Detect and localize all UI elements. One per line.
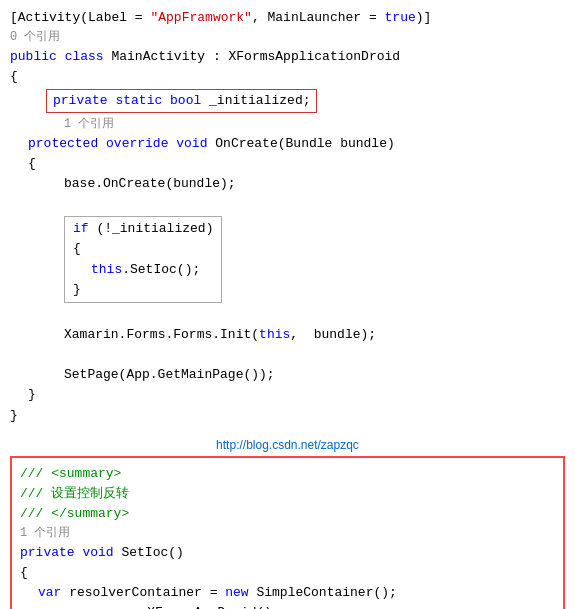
ref-count: 1 个引用 [10,115,565,134]
code-line: } [73,280,213,300]
code-line: var app = new XFormsAppDroid(); [20,603,555,609]
code-line [10,305,565,325]
code-line: if (!_initialized) [73,219,213,239]
code-line: [Activity(Label = "AppFramwork", MainLau… [10,8,565,28]
code-line: } [10,385,565,405]
code-line: { [10,154,565,174]
code-line: /// 设置控制反转 [20,484,555,504]
url-divider: http://blog.csdn.net/zapzqc [0,434,575,456]
inner-box-2: if (!_initialized) { this.SetIoc(); } [10,216,565,303]
code-line: { [10,67,565,87]
code-line: Xamarin.Forms.Forms.Init(this, bundle); [10,325,565,345]
code-line: public class MainActivity : XFormsApplic… [10,47,565,67]
code-viewer: [Activity(Label = "AppFramwork", MainLau… [0,0,575,609]
code-line: { [73,239,213,259]
code-line: } [10,406,565,426]
code-line: private static bool _initialized; [53,93,310,108]
code-line: var resolverContainer = new SimpleContai… [20,583,555,603]
top-code-section: [Activity(Label = "AppFramwork", MainLau… [0,0,575,434]
bottom-code-section: /// <summary> /// 设置控制反转 /// </summary> … [10,456,565,609]
url-text: http://blog.csdn.net/zapzqc [216,438,359,452]
ref-count: 0 个引用 [10,28,565,47]
code-line: private void SetIoc() [20,543,555,563]
code-line: /// <summary> [20,464,555,484]
code-line: protected override void OnCreate(Bundle … [10,134,565,154]
code-line: { [20,563,555,583]
code-line [10,194,565,214]
code-line: SetPage(App.GetMainPage()); [10,365,565,385]
ref-count: 1 个引用 [20,524,555,543]
code-line [10,345,565,365]
code-line: base.OnCreate(bundle); [10,174,565,194]
code-line: this.SetIoc(); [73,260,213,280]
code-line: /// </summary> [20,504,555,524]
inner-box-1: private static bool _initialized; [10,89,565,113]
